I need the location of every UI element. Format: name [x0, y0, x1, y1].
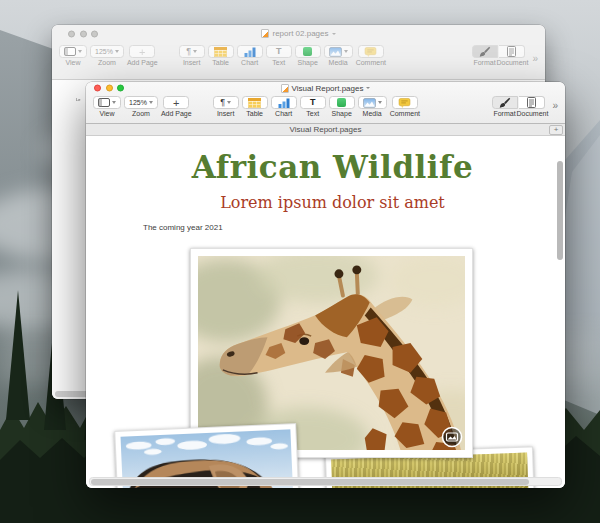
- comment-icon: [398, 98, 411, 108]
- front-window-visual-report[interactable]: Visual Report.pages View 125%Zoom +Add P…: [86, 82, 565, 488]
- horizontal-scrollbar[interactable]: [89, 477, 562, 486]
- document-subtitle-text[interactable]: Lorem ipsum dolor sit amet: [86, 193, 565, 212]
- text-button[interactable]: TText: [300, 96, 326, 117]
- view-button[interactable]: View: [59, 45, 87, 66]
- media-icon: [363, 98, 376, 108]
- close-button[interactable]: [68, 30, 75, 37]
- back-document-text[interactable]: Le: [76, 97, 80, 102]
- front-window-header: Visual Report.pages View 125%Zoom +Add P…: [86, 82, 565, 124]
- tab-visual-report[interactable]: Visual Report.pages: [290, 125, 362, 134]
- minimize-button[interactable]: [106, 85, 113, 92]
- replace-media-button[interactable]: [441, 426, 463, 448]
- shape-icon: [337, 98, 346, 107]
- comment-icon: [364, 47, 377, 57]
- desktop: report 02.pages View 125%Zoom +Add Page …: [0, 0, 600, 523]
- shape-button[interactable]: Shape: [329, 96, 355, 117]
- toolbar-overflow-button[interactable]: »: [531, 53, 538, 64]
- document-button[interactable]: Document: [497, 45, 529, 66]
- window-title: report 02.pages: [272, 29, 328, 38]
- media-button[interactable]: Media: [324, 45, 353, 66]
- view-button[interactable]: View: [93, 96, 121, 117]
- tab-bar: Visual Report.pages +: [86, 124, 565, 136]
- title-chevron-icon[interactable]: [332, 33, 336, 35]
- chart-icon: [244, 47, 256, 57]
- paintbrush-icon: [479, 46, 491, 58]
- text-button[interactable]: TText: [266, 45, 292, 66]
- back-window-header: report 02.pages View 125%Zoom +Add Page …: [52, 25, 545, 80]
- add-page-button[interactable]: +Add Page: [161, 96, 192, 117]
- document-icon: [527, 97, 536, 108]
- back-titlebar[interactable]: report 02.pages: [52, 25, 545, 42]
- document-canvas[interactable]: African Wildlife Lorem ipsum dolor sit a…: [86, 136, 565, 488]
- table-button[interactable]: Table: [208, 45, 234, 66]
- insert-button[interactable]: ¶Insert: [179, 45, 205, 66]
- shape-button[interactable]: Shape: [295, 45, 321, 66]
- document-title-text[interactable]: African Wildlife: [86, 149, 565, 185]
- document-byline-text[interactable]: The coming year 2021: [143, 223, 223, 232]
- chart-button[interactable]: Chart: [271, 96, 297, 117]
- zoom-window-button[interactable]: [117, 85, 124, 92]
- add-page-button[interactable]: +Add Page: [127, 45, 158, 66]
- document-icon: [507, 46, 516, 57]
- close-button[interactable]: [94, 85, 101, 92]
- insert-button[interactable]: ¶Insert: [213, 96, 239, 117]
- table-icon: [214, 47, 227, 57]
- front-titlebar[interactable]: Visual Report.pages: [86, 82, 565, 94]
- format-button[interactable]: Format: [472, 45, 498, 66]
- toolbar-overflow-button[interactable]: »: [551, 100, 558, 111]
- giraffe-image: [198, 256, 465, 450]
- media-button[interactable]: Media: [358, 96, 387, 117]
- chart-icon: [278, 98, 290, 108]
- pages-doc-icon: [261, 29, 269, 38]
- paintbrush-icon: [499, 97, 511, 109]
- zoom-button[interactable]: 125%Zoom: [90, 45, 124, 66]
- document-button[interactable]: Document: [517, 96, 549, 117]
- window-title: Visual Report.pages: [292, 84, 364, 93]
- back-toolbar: View 125%Zoom +Add Page ¶Insert Table Ch…: [52, 42, 545, 79]
- front-toolbar: View 125%Zoom +Add Page ¶Insert Table Ch…: [86, 94, 565, 123]
- pages-doc-icon: [281, 84, 289, 93]
- table-button[interactable]: Table: [242, 96, 268, 117]
- table-icon: [248, 98, 261, 108]
- new-tab-button[interactable]: +: [549, 125, 563, 135]
- comment-button[interactable]: Comment: [390, 96, 420, 117]
- zoom-button[interactable]: 125%Zoom: [124, 96, 158, 117]
- vertical-scrollbar[interactable]: [557, 161, 563, 260]
- chart-button[interactable]: Chart: [237, 45, 263, 66]
- media-badge-icon: [441, 426, 463, 448]
- shape-icon: [303, 47, 312, 56]
- title-chevron-icon[interactable]: [366, 87, 370, 89]
- horizontal-scrollbar-thumb[interactable]: [91, 479, 529, 485]
- zoom-window-button[interactable]: [91, 30, 98, 37]
- format-button[interactable]: Format: [492, 96, 518, 117]
- comment-button[interactable]: Comment: [356, 45, 386, 66]
- minimize-button[interactable]: [80, 30, 87, 37]
- media-icon: [329, 47, 342, 57]
